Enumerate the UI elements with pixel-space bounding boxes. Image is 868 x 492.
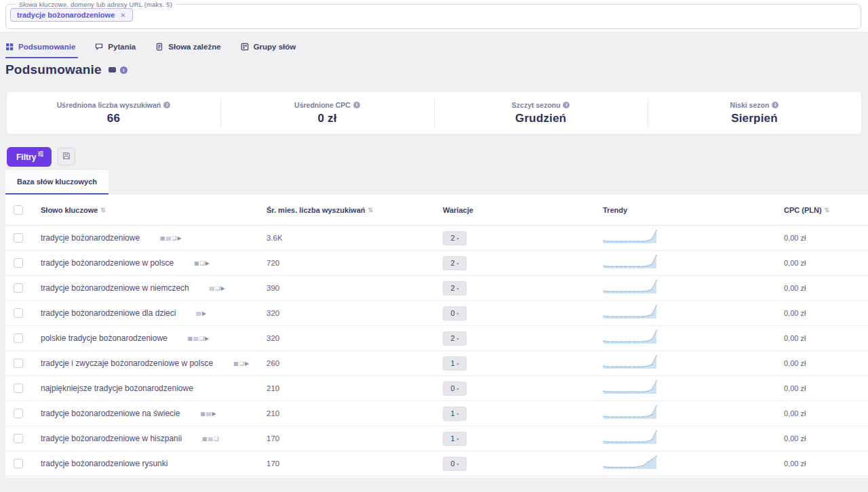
info-icon[interactable]: i (772, 102, 778, 108)
table-body: tradycje bożonarodzeniowe ▦▤❏▶ 3.6K 2 ▾ … (5, 226, 868, 476)
keyword-link[interactable]: tradycje bożonarodzeniowe w niemczech (41, 283, 189, 293)
variations-dropdown[interactable]: 0 ▾ (443, 457, 467, 471)
row-checkbox[interactable] (14, 258, 23, 268)
variations-dropdown[interactable]: 0 ▾ (443, 306, 467, 321)
table-row: tradycje i zwyczaje bożonarodzeniowe w p… (5, 351, 868, 376)
serp-video-icon: ▶ (221, 285, 226, 291)
stat-season-peak: Szczyt sezonui Grudzień (434, 92, 648, 134)
serp-features-icons: ▤▶ (196, 310, 207, 316)
tab-podsumowanie[interactable]: Podsumowanie (5, 43, 78, 58)
tab-slowa-zalezne[interactable]: Słowa zależne (155, 43, 223, 58)
info-icon[interactable]: i (120, 66, 127, 74)
column-header[interactable]: Słowo kluczowe⇅ (35, 206, 261, 214)
column-header: Trendy (597, 206, 778, 214)
keyword-link[interactable]: tradycje bożonarodzeniowe na świecie (41, 409, 180, 418)
keyword-link[interactable]: tradycje bożonarodzeniowe dla dzieci (41, 308, 176, 318)
save-filters-button[interactable] (58, 148, 75, 165)
tab-label: Grupy słów (254, 43, 296, 51)
tab-grupy-slow[interactable]: Grupy słów (241, 43, 299, 58)
group-icon (241, 43, 249, 51)
info-icon[interactable]: i (563, 102, 570, 108)
select-all-checkbox[interactable] (14, 205, 23, 215)
keyword-chip[interactable]: tradycje bożonarodzeniowe ✕ (10, 8, 133, 22)
filters-button-label: Filtry (16, 152, 36, 162)
search-volume: 210 (261, 409, 437, 417)
sort-icon[interactable]: ⇅ (825, 207, 830, 213)
cpc-value: 0,00 zł (778, 409, 868, 417)
dashboard-icon (5, 43, 14, 51)
column-header[interactable]: Śr. mies. liczba wyszukiwań⇅ (261, 206, 437, 214)
serp-features-icons: ▦❏▶ (233, 361, 250, 367)
chevron-down-icon: ▾ (457, 436, 459, 441)
serp-image-icon: ▦ (194, 260, 200, 266)
keywords-table: Słowo kluczowe⇅Śr. mies. liczba wyszukiw… (5, 194, 868, 478)
serp-video-icon: ▶ (205, 260, 210, 266)
sort-icon[interactable]: ⇅ (100, 207, 106, 213)
stat-label: Uśredniona liczba wyszukiwań (57, 101, 161, 109)
sort-icon[interactable]: ⇅ (368, 207, 374, 213)
row-checkbox[interactable] (14, 384, 23, 393)
variations-count: 2 (450, 284, 454, 292)
row-checkbox[interactable] (14, 308, 23, 318)
table-row: najpiękniejsze tradycje bożonarodzeniowe… (5, 376, 868, 401)
chevron-down-icon: ▾ (457, 311, 459, 316)
info-icon[interactable]: i (163, 102, 170, 108)
cpc-value: 0,00 zł (778, 459, 868, 468)
row-checkbox[interactable] (14, 434, 23, 443)
search-volume: 3.6K (261, 234, 437, 242)
variations-dropdown[interactable]: 2 ▾ (443, 331, 467, 346)
variations-dropdown[interactable]: 2 ▾ (443, 281, 467, 295)
tab-keyword-database[interactable]: Baza słów kluczowych (5, 170, 108, 194)
row-checkbox[interactable] (14, 283, 23, 293)
tab-label: Słowa zależne (168, 43, 220, 51)
keyword-link[interactable]: polskie tradycje bożonarodzeniowe (41, 333, 167, 343)
chevron-down-icon: ▾ (457, 462, 459, 466)
variations-dropdown[interactable]: 1 ▾ (443, 432, 467, 446)
keyword-link[interactable]: tradycje i zwyczaje bożonarodzeniowe w p… (41, 358, 213, 368)
info-icon[interactable]: i (353, 102, 360, 108)
cpc-value: 0,00 zł (778, 359, 868, 367)
tab-pytania[interactable]: Pytania (95, 43, 138, 58)
keyword-link[interactable]: najpiękniejsze tradycje bożonarodzeniowe (41, 384, 193, 393)
serp-video-icon: ▶ (245, 361, 250, 367)
trend-sparkline (597, 380, 778, 397)
filters-button[interactable]: Filtry (7, 147, 52, 167)
row-checkbox[interactable] (14, 233, 23, 243)
variations-dropdown[interactable]: 2 ▾ (443, 231, 467, 245)
variations-dropdown[interactable]: 1 ▾ (443, 407, 467, 421)
serp-question-icon: ❏ (214, 436, 219, 442)
trend-sparkline (597, 329, 778, 347)
cpc-value: 0,00 zł (778, 234, 868, 242)
trend-sparkline (597, 254, 778, 272)
serp-video-icon: ▶ (177, 235, 182, 241)
keyword-input-label: Słowa kluczowe, domeny lub adresy URL (m… (16, 1, 176, 8)
row-checkbox[interactable] (14, 358, 23, 368)
row-checkbox[interactable] (14, 333, 23, 343)
variations-dropdown[interactable]: 0 ▾ (443, 382, 467, 396)
keyword-input[interactable]: Słowa kluczowe, domeny lub adresy URL (m… (5, 1, 861, 29)
row-checkbox[interactable] (14, 459, 23, 468)
column-header[interactable]: CPC (PLN)⇅ (778, 206, 868, 214)
video-tutorial-icon[interactable] (108, 67, 116, 73)
keyword-link[interactable]: tradycje bożonarodzeniowe (41, 233, 140, 243)
serp-news-icon: ▤ (208, 436, 214, 442)
keyword-link[interactable]: tradycje bożonarodzeniowe rysunki (41, 459, 167, 468)
variations-dropdown[interactable]: 1 ▾ (443, 356, 467, 371)
serp-question-icon: ❏ (199, 335, 205, 342)
variations-dropdown[interactable]: 2 ▾ (443, 256, 467, 270)
remove-keyword-icon[interactable]: ✕ (120, 12, 125, 19)
chevron-down-icon: ▾ (457, 411, 459, 416)
keyword-chip-label: tradycje bożonarodzeniowe (17, 11, 115, 19)
keyword-link[interactable]: tradycje bożonarodzeniowe w polsce (41, 258, 174, 268)
serp-question-icon: ❏ (239, 361, 245, 367)
row-checkbox[interactable] (14, 409, 23, 418)
table-toolbar: Filtry (7, 147, 868, 167)
serp-features-icons: ▦▤❏ (202, 436, 219, 442)
variations-count: 2 (450, 234, 454, 242)
search-volume: 260 (261, 359, 437, 367)
trend-sparkline (597, 405, 778, 422)
keyword-link[interactable]: tradycje bożonarodzeniowe w hiszpanii (41, 434, 182, 443)
serp-news-icon: ▤ (196, 310, 202, 316)
tab-label: Podsumowanie (18, 43, 75, 51)
serp-question-icon: ❏ (200, 260, 205, 266)
